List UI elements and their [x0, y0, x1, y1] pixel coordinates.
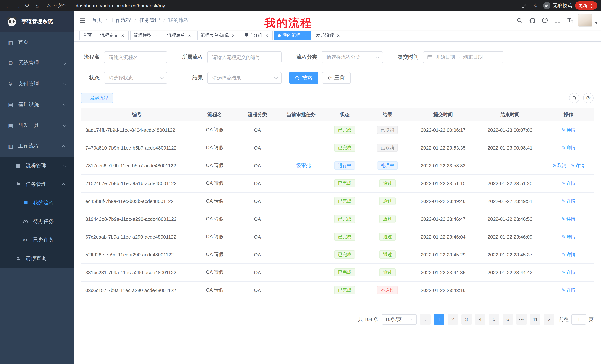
sidebar-item-home[interactable]: ▦首页	[0, 32, 74, 53]
detail-link[interactable]: ✎详情	[562, 216, 575, 222]
search-icon[interactable]	[515, 15, 525, 26]
detail-link[interactable]: ✎详情	[562, 127, 575, 133]
column-header: 状态	[324, 108, 365, 121]
tab-close-icon[interactable]: ×	[231, 33, 236, 38]
page-button[interactable]: 11	[530, 314, 541, 325]
result-cell: 通过	[365, 210, 410, 228]
page-button[interactable]: 1	[434, 314, 444, 325]
result-tag: 已取消	[377, 144, 398, 152]
breadcrumb-item[interactable]: 任务管理	[139, 17, 160, 24]
tab-close-icon[interactable]: ×	[302, 33, 308, 38]
breadcrumb-separator: /	[105, 18, 107, 23]
tab-process-model[interactable]: 流程模型×	[130, 31, 162, 40]
task-flag-icon: ⚑	[15, 181, 21, 188]
process-category-cell: OA	[237, 174, 278, 192]
plus-icon: +	[86, 95, 88, 101]
tab-user-group[interactable]: 用户分组×	[241, 31, 273, 40]
current-task-cell	[278, 121, 324, 139]
sidebar-item-my-process[interactable]: 我的流程	[0, 194, 74, 212]
cancel-link[interactable]: ⊘取消	[552, 162, 566, 169]
tab-close-icon[interactable]: ×	[187, 33, 192, 38]
search-button[interactable]: 搜索	[289, 72, 318, 84]
sidebar-item-payment[interactable]: ¥支付管理	[0, 74, 74, 94]
column-header: 当前审批任务	[278, 108, 324, 121]
prev-page-button[interactable]: ‹	[420, 314, 431, 325]
tab-my-process[interactable]: 我的流程×	[274, 31, 311, 40]
sidebar-item-leave-query[interactable]: 请假查询	[0, 249, 74, 268]
page-button[interactable]: 5	[489, 314, 499, 325]
refresh-table-button[interactable]: ⟳	[583, 93, 594, 103]
browser-home-icon[interactable]: ⌂	[33, 1, 42, 10]
tab-process-definition[interactable]: 流程定义×	[97, 31, 129, 40]
page-button[interactable]: 6	[502, 314, 513, 325]
action-label: 详情	[566, 234, 575, 240]
browser-forward-icon[interactable]: →	[13, 1, 22, 10]
browser-back-icon[interactable]: ←	[4, 1, 13, 10]
tab-close-icon[interactable]: ×	[264, 33, 269, 38]
reset-button[interactable]: ⟳ 重置	[322, 72, 351, 84]
detail-link[interactable]: ✎详情	[571, 162, 584, 169]
sidebar-item-workflow[interactable]: ▥工作流程	[0, 136, 74, 157]
category-select[interactable]: 请选择流程分类	[322, 51, 383, 63]
status-select[interactable]: 请选择状态	[104, 72, 167, 84]
detail-link[interactable]: ✎详情	[562, 234, 575, 240]
process-category-cell: OA	[237, 192, 278, 210]
help-icon[interactable]: ?	[540, 15, 550, 26]
sidebar-item-infrastructure[interactable]: ▤基础设施	[0, 94, 74, 115]
end-time-cell	[477, 157, 543, 174]
next-page-button[interactable]: ›	[544, 314, 554, 325]
page-button[interactable]: 3	[461, 314, 472, 325]
password-key-icon[interactable]	[519, 1, 528, 10]
detail-link[interactable]: ✎详情	[562, 251, 575, 258]
avatar[interactable]	[578, 14, 593, 27]
sidebar-item-process-management[interactable]: ≣流程管理	[0, 157, 74, 175]
tab-start-process[interactable]: 发起流程×	[313, 31, 344, 40]
create-process-button[interactable]: + 发起流程	[81, 93, 113, 103]
github-icon[interactable]	[527, 15, 538, 26]
bookmark-star-icon[interactable]: ☆	[531, 1, 540, 10]
page-button[interactable]: 4	[475, 314, 485, 325]
tab-process-form-edit[interactable]: 流程表单-编辑×	[197, 31, 239, 40]
browser-menu-icon[interactable]: ⋮	[589, 3, 594, 8]
breadcrumb-item[interactable]: 首页	[92, 17, 102, 24]
status-cell: 已完成	[324, 192, 365, 210]
user-icon	[15, 256, 21, 261]
more-pages-icon[interactable]: •••	[516, 314, 527, 325]
goto-page-input[interactable]	[571, 314, 586, 325]
process-name-input[interactable]	[104, 51, 167, 63]
font-size-icon[interactable]: TT	[565, 15, 576, 26]
sidebar-item-system[interactable]: ⚙系统管理	[0, 53, 74, 74]
result-placeholder: 请选择流结果	[212, 75, 241, 81]
tab-close-icon[interactable]: ×	[336, 33, 341, 38]
result-select[interactable]: 请选择流结果	[207, 72, 281, 84]
detail-link[interactable]: ✎详情	[562, 269, 575, 276]
scissors-icon: ✂	[22, 237, 29, 243]
sidebar-item-done-tasks[interactable]: ✂已办任务	[0, 231, 74, 249]
sidebar-item-task-management[interactable]: ⚑任务管理	[0, 175, 74, 194]
page-button[interactable]: 2	[448, 314, 458, 325]
app-logo[interactable]: 芋道管理系统	[0, 11, 74, 32]
sidebar-item-devtools[interactable]: ▣研发工具	[0, 115, 74, 136]
tab-close-icon[interactable]: ×	[120, 33, 125, 38]
browser-reload-icon[interactable]: ⟳	[23, 1, 32, 10]
detail-link[interactable]: ✎详情	[562, 287, 575, 293]
detail-link[interactable]: ✎详情	[562, 144, 575, 151]
toggle-search-button[interactable]	[569, 93, 580, 103]
process-def-input[interactable]	[207, 51, 281, 63]
address-bar[interactable]: ⚠ 不安全 dashboard.yudao.iocoder.cn/bpm/tas…	[47, 2, 519, 9]
date-range-picker[interactable]: 开始日期 - 结束日期	[423, 51, 503, 63]
browser-update-button[interactable]: 更新 ⋮	[575, 1, 597, 10]
tab-home[interactable]: 首页	[80, 31, 95, 40]
detail-link[interactable]: ✎详情	[562, 180, 575, 186]
avatar-caret-icon[interactable]: ▾	[595, 21, 597, 26]
tab-close-icon[interactable]: ×	[153, 33, 159, 38]
page-size-select[interactable]: 10条/页	[382, 314, 417, 325]
sidebar-item-todo-tasks[interactable]: 待办任务	[0, 212, 74, 231]
breadcrumb-item[interactable]: 工作流程	[110, 17, 131, 24]
detail-link[interactable]: ✎详情	[562, 198, 575, 204]
task-link[interactable]: 一级审批	[291, 162, 311, 169]
sidebar-toggle-icon[interactable]	[74, 17, 92, 24]
fullscreen-icon[interactable]	[552, 15, 563, 26]
chevron-down-icon	[63, 81, 67, 85]
tab-process-form[interactable]: 流程表单×	[164, 31, 195, 40]
